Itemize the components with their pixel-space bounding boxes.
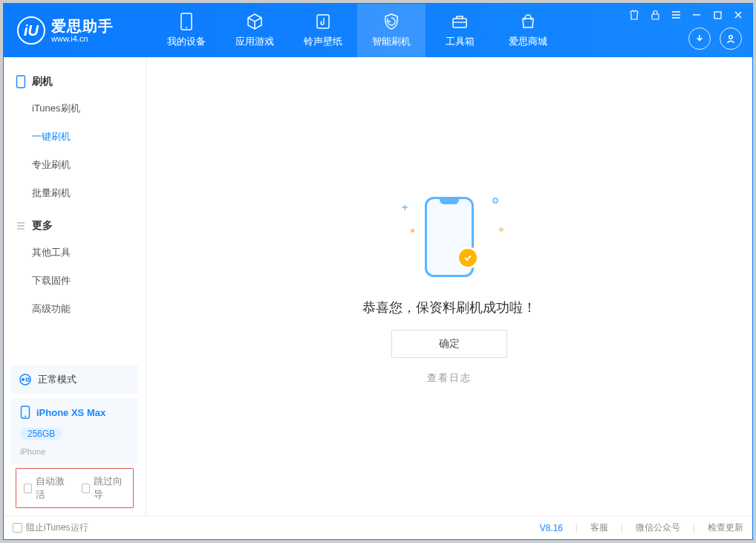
maximize-icon[interactable] xyxy=(711,8,724,22)
device-icon xyxy=(177,13,195,30)
cb-label: 跳过向导 xyxy=(94,475,126,501)
user-icon[interactable] xyxy=(720,27,742,50)
group-title-label: 刷机 xyxy=(32,75,53,88)
tab-shop[interactable]: 爱思商城 xyxy=(494,4,562,57)
sidebar-group-more: 更多 xyxy=(4,213,146,238)
logo-block: iU 爱思助手 www.i4.cn xyxy=(4,16,152,45)
device-name: iPhone XS Max xyxy=(36,407,105,418)
device-card[interactable]: iPhone XS Max 256GB iPhone xyxy=(11,398,138,464)
tab-label: 爱思商城 xyxy=(509,35,547,48)
mode-card[interactable]: 正常模式 xyxy=(11,365,138,394)
checkbox-auto-activate[interactable]: 自动激活 xyxy=(24,475,68,501)
tab-toolbox[interactable]: 工具箱 xyxy=(426,4,494,57)
tab-smart-flash[interactable]: 智能刷机 xyxy=(357,4,426,57)
svg-point-12 xyxy=(25,416,26,417)
sidebar-item-other-tools[interactable]: 其他工具 xyxy=(32,238,146,267)
checkbox-block-itunes[interactable]: 阻止iTunes运行 xyxy=(13,521,88,534)
music-icon xyxy=(314,13,332,30)
tab-ringtones-wallpapers[interactable]: 铃声壁纸 xyxy=(289,4,357,57)
device-type: iPhone xyxy=(20,447,45,456)
download-icon[interactable] xyxy=(688,27,711,50)
footer-link-support[interactable]: 客服 xyxy=(590,521,608,534)
success-illustration: + + xyxy=(390,189,509,285)
activation-options: 自动激活 跳过向导 xyxy=(16,468,134,508)
svg-point-1 xyxy=(186,27,187,28)
cb-label: 自动激活 xyxy=(36,475,68,501)
body: 刷机 iTunes刷机 一键刷机 专业刷机 批量刷机 更多 其他工具 下载固件 … xyxy=(4,57,752,516)
view-log-link[interactable]: 查看日志 xyxy=(427,371,472,385)
phone-illustration xyxy=(425,197,474,277)
svg-rect-3 xyxy=(453,19,466,27)
svg-point-9 xyxy=(22,378,25,381)
header-actions xyxy=(688,27,742,50)
logo-text: 爱思助手 www.i4.cn xyxy=(51,18,114,43)
version-label[interactable]: V8.16 xyxy=(540,523,563,533)
minimize-icon[interactable] xyxy=(690,8,703,22)
sparkle-icon xyxy=(492,198,498,204)
sidebar-flash-items: iTunes刷机 一键刷机 专业刷机 批量刷机 xyxy=(4,94,146,207)
footer-link-update[interactable]: 检查更新 xyxy=(708,521,743,534)
header: iU 爱思助手 www.i4.cn 我的设备 应用游戏 铃声壁纸 智能刷机 xyxy=(4,4,752,57)
lock-icon[interactable] xyxy=(648,8,662,22)
app-window: iU 爱思助手 www.i4.cn 我的设备 应用游戏 铃声壁纸 智能刷机 xyxy=(3,3,753,540)
svg-rect-7 xyxy=(17,76,25,88)
sync-icon xyxy=(19,373,32,386)
sidebar-item-oneclick-flash[interactable]: 一键刷机 xyxy=(32,123,146,151)
tab-label: 铃声壁纸 xyxy=(304,35,342,48)
mode-label: 正常模式 xyxy=(38,373,76,386)
window-controls xyxy=(628,8,745,22)
tab-label: 工具箱 xyxy=(446,35,475,48)
shield-icon xyxy=(382,13,400,30)
confirm-button[interactable]: 确定 xyxy=(391,330,507,358)
cube-icon xyxy=(246,13,264,30)
sidebar-item-advanced[interactable]: 高级功能 xyxy=(32,295,146,323)
tab-apps-games[interactable]: 应用游戏 xyxy=(221,4,289,57)
app-url: www.i4.cn xyxy=(51,34,114,43)
shirt-icon[interactable] xyxy=(628,8,641,22)
svg-point-10 xyxy=(26,378,29,381)
sidebar-group-flash: 刷机 xyxy=(4,69,146,94)
sparkle-icon xyxy=(411,229,414,233)
sidebar-item-itunes-flash[interactable]: iTunes刷机 xyxy=(32,94,146,123)
storage-badge: 256GB xyxy=(20,428,62,440)
tab-label: 智能刷机 xyxy=(372,35,411,48)
toolbox-icon xyxy=(451,13,469,30)
checkbox-skip-wizard[interactable]: 跳过向导 xyxy=(82,475,126,501)
success-message: 恭喜您，保资料刷机成功啦！ xyxy=(362,299,536,316)
shop-icon xyxy=(519,13,537,30)
list-icon xyxy=(16,221,26,231)
main-tabs: 我的设备 应用游戏 铃声壁纸 智能刷机 工具箱 爱思商城 xyxy=(152,4,562,57)
tab-label: 应用游戏 xyxy=(235,35,274,48)
group-title-label: 更多 xyxy=(32,219,53,233)
footer: 阻止iTunes运行 V8.16 客服 微信公众号 检查更新 xyxy=(4,516,752,539)
menu-icon[interactable] xyxy=(669,8,682,22)
sidebar: 刷机 iTunes刷机 一键刷机 专业刷机 批量刷机 更多 其他工具 下载固件 … xyxy=(4,57,146,516)
main-content: + + 恭喜您，保资料刷机成功啦！ 确定 查看日志 xyxy=(146,57,752,516)
device-cards: 正常模式 iPhone XS Max 256GB iPhone 自动激活 跳过向… xyxy=(4,365,146,516)
sidebar-item-download-firmware[interactable]: 下载固件 xyxy=(32,267,146,295)
sparkle-icon: + xyxy=(402,202,408,208)
check-icon xyxy=(457,247,479,269)
svg-point-6 xyxy=(729,36,733,39)
sparkle-icon: + xyxy=(498,224,504,230)
phone-icon xyxy=(20,406,30,419)
sidebar-item-batch-flash[interactable]: 批量刷机 xyxy=(32,179,146,207)
svg-rect-5 xyxy=(714,12,721,19)
tab-my-device[interactable]: 我的设备 xyxy=(152,4,221,57)
cb-label: 阻止iTunes运行 xyxy=(26,521,88,534)
footer-link-wechat[interactable]: 微信公众号 xyxy=(636,521,680,534)
svg-rect-4 xyxy=(652,14,659,19)
svg-rect-2 xyxy=(317,15,329,28)
close-icon[interactable] xyxy=(731,8,745,22)
sidebar-more-items: 其他工具 下载固件 高级功能 xyxy=(4,238,146,323)
app-name: 爱思助手 xyxy=(51,18,114,34)
phone-icon xyxy=(16,75,26,88)
sidebar-item-pro-flash[interactable]: 专业刷机 xyxy=(32,151,146,179)
tab-label: 我的设备 xyxy=(167,35,206,48)
logo-icon: iU xyxy=(17,16,45,45)
